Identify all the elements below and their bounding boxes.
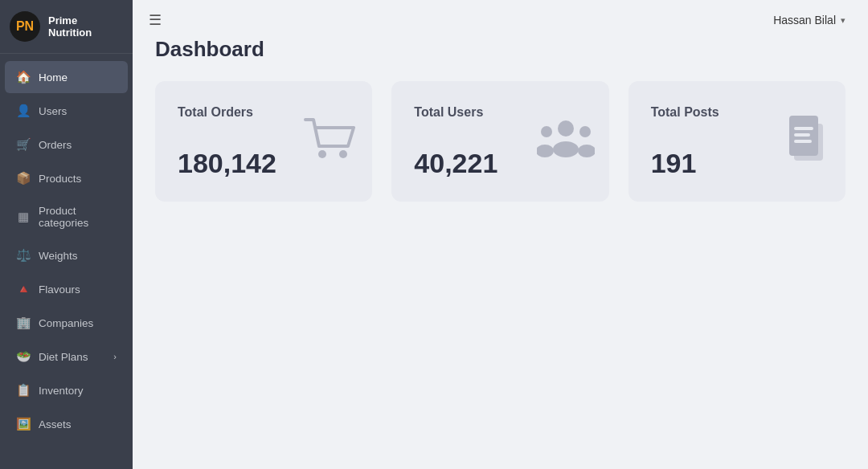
- assets-icon: 🖼️: [16, 417, 31, 431]
- sidebar-label-flavours: Flavours: [39, 283, 80, 296]
- flavours-icon: 🔺: [16, 282, 31, 296]
- products-icon: 📦: [16, 171, 31, 186]
- user-menu[interactable]: Hassan Bilal ▾: [773, 14, 845, 27]
- sidebar-label-product-categories: Product categories: [39, 205, 117, 229]
- svg-point-3: [553, 141, 579, 157]
- users-icon: [537, 116, 595, 167]
- svg-point-5: [537, 145, 554, 157]
- sidebar-label-home: Home: [39, 71, 68, 84]
- user-chevron-icon: ▾: [841, 15, 845, 26]
- sidebar-label-weights: Weights: [39, 250, 78, 262]
- orders-icon: 🛒: [16, 137, 31, 152]
- weights-icon: ⚖️: [16, 248, 31, 263]
- sidebar-item-diet-plans[interactable]: 🥗Diet Plans›: [5, 341, 128, 373]
- chevron-icon-diet-plans: ›: [113, 352, 117, 361]
- posts-icon: [783, 112, 831, 170]
- sidebar-item-home[interactable]: 🏠Home: [5, 61, 128, 93]
- svg-point-7: [578, 145, 595, 157]
- card-total-orders: Total Orders180,142: [155, 81, 372, 202]
- sidebar-item-weights[interactable]: ⚖️Weights: [5, 239, 128, 271]
- sidebar-label-users: Users: [39, 105, 67, 117]
- sidebar: PN Prime Nutrition 🏠Home👤Users🛒Orders📦Pr…: [0, 0, 133, 469]
- sidebar-item-orders[interactable]: 🛒Orders: [5, 128, 128, 161]
- sidebar-label-assets: Assets: [39, 418, 72, 430]
- sidebar-label-companies: Companies: [39, 317, 93, 329]
- svg-point-4: [541, 126, 552, 137]
- sidebar-label-diet-plans: Diet Plans: [39, 351, 88, 363]
- sidebar-item-companies[interactable]: 🏢Companies: [5, 307, 128, 339]
- card-total-posts: Total Posts191: [628, 81, 845, 202]
- logo-icon: PN: [10, 11, 40, 42]
- sidebar-item-products[interactable]: 📦Products: [5, 162, 128, 194]
- sidebar-header: PN Prime Nutrition: [0, 0, 133, 54]
- page-title: Dashboard: [155, 37, 845, 62]
- cart-icon: [301, 116, 358, 167]
- svg-point-0: [318, 150, 326, 158]
- hamburger-icon[interactable]: ☰: [149, 11, 162, 29]
- inventory-icon: 📋: [16, 383, 31, 398]
- svg-point-1: [339, 150, 347, 158]
- main-content: ☰ Hassan Bilal ▾ Dashboard Total Orders1…: [133, 0, 868, 469]
- diet-plans-icon: 🥗: [16, 349, 31, 364]
- brand-name: Prime Nutrition: [48, 14, 123, 39]
- sidebar-label-orders: Orders: [39, 139, 72, 151]
- user-name: Hassan Bilal: [773, 14, 836, 27]
- sidebar-item-flavours[interactable]: 🔺Flavours: [5, 273, 128, 305]
- users-icon: 👤: [16, 104, 31, 118]
- svg-rect-16: [794, 140, 812, 143]
- product-categories-icon: ▦: [16, 210, 31, 224]
- sidebar-nav: 🏠Home👤Users🛒Orders📦Products▦Product cate…: [0, 54, 133, 469]
- sidebar-item-inventory[interactable]: 📋Inventory: [5, 374, 128, 406]
- svg-rect-15: [794, 133, 810, 137]
- svg-rect-14: [794, 127, 813, 130]
- card-total-users: Total Users40,221: [391, 81, 608, 202]
- content-area: Dashboard Total Orders180,142 Total User…: [133, 37, 868, 469]
- sidebar-item-product-categories[interactable]: ▦Product categories: [5, 196, 128, 238]
- sidebar-label-inventory: Inventory: [39, 385, 84, 397]
- companies-icon: 🏢: [16, 316, 31, 330]
- svg-rect-13: [789, 119, 818, 156]
- home-icon: 🏠: [16, 70, 31, 84]
- stats-cards-row: Total Orders180,142 Total Users40,221 To…: [155, 81, 845, 202]
- sidebar-label-products: Products: [39, 173, 81, 185]
- topbar: ☰ Hassan Bilal ▾: [133, 0, 868, 37]
- svg-point-2: [558, 120, 574, 137]
- svg-point-6: [579, 126, 591, 137]
- sidebar-item-assets[interactable]: 🖼️Assets: [5, 408, 128, 440]
- sidebar-item-users[interactable]: 👤Users: [5, 95, 128, 127]
